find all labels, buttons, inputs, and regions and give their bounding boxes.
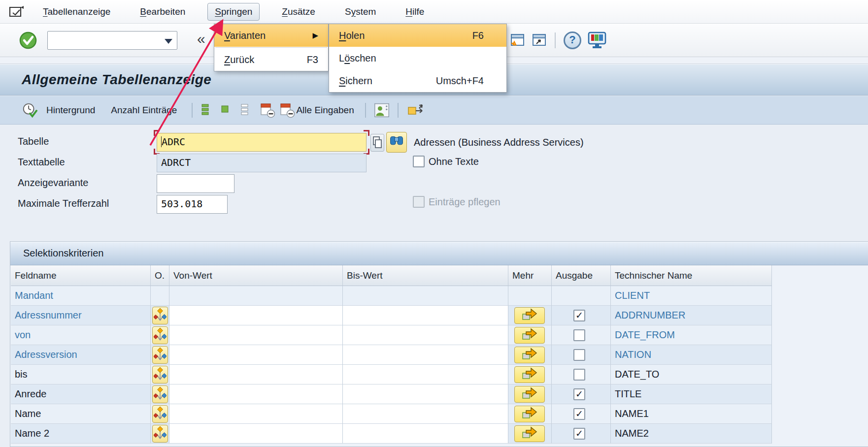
multiple-selection-button[interactable] (514, 406, 545, 422)
multiple-selection-button[interactable] (514, 307, 545, 324)
von-wert-cell[interactable] (169, 365, 343, 384)
texttabelle-field[interactable]: ADRCT (157, 154, 367, 172)
anzeigevariante-field[interactable] (157, 174, 234, 193)
von-wert-cell[interactable] (169, 384, 343, 404)
output-checkbox[interactable]: ✓ (573, 408, 585, 420)
options-cell (151, 345, 169, 365)
ausgabe-cell: ✓ (552, 404, 611, 424)
alle-eingaben-label[interactable]: Alle Eingaben (296, 105, 354, 116)
multiple-selection-button[interactable] (514, 425, 545, 442)
command-input[interactable] (50, 33, 158, 48)
bis-wert-cell[interactable] (343, 306, 508, 325)
output-checkbox[interactable]: ✓ (573, 310, 585, 321)
menubar-item-hilfe[interactable]: Hilfe (398, 3, 432, 21)
application-toolbar: Hintergrund Anzahl Einträge (0, 96, 868, 125)
multiple-selection-button[interactable] (514, 366, 545, 383)
multiple-selection-button[interactable] (514, 327, 545, 344)
deselect-all-icon[interactable] (240, 102, 256, 118)
selection-options-button[interactable] (152, 307, 168, 324)
field-name: Name 2 (15, 428, 49, 439)
help-button[interactable]: ? (564, 32, 581, 49)
ausgabe-cell: ✓ (552, 306, 611, 325)
menu-item-varianten[interactable]: Varianten▶ (214, 24, 328, 47)
von-wert-cell[interactable] (169, 345, 343, 365)
multiple-selection-arrow-icon (521, 407, 538, 419)
create-shortcut-icon[interactable] (531, 33, 547, 48)
selection-options-button[interactable] (152, 326, 168, 344)
submenu-item-l-schen[interactable]: Löschen (329, 47, 506, 69)
bis-wert-cell[interactable] (343, 424, 508, 444)
shortcut-label: F6 (458, 30, 497, 41)
table-row-adressversion: Adressversion NATION (11, 345, 772, 365)
copy-icon[interactable] (370, 134, 384, 152)
delete-selection-icon[interactable] (260, 102, 275, 118)
bis-wert-cell[interactable] (343, 404, 508, 424)
von-wert-cell[interactable] (169, 306, 343, 325)
collapse-toolbar-button[interactable]: « (197, 31, 205, 47)
menubar-item-springen[interactable]: Springen (207, 3, 260, 21)
select-all-icon[interactable] (200, 102, 216, 118)
bis-wert-cell[interactable] (343, 384, 508, 404)
von-wert-cell[interactable] (169, 424, 343, 444)
menubar-item-zus-tze[interactable]: Zusätze (274, 3, 323, 21)
selection-options-icon (154, 327, 167, 342)
technical-name: DATE_TO (615, 369, 659, 380)
select-block-icon[interactable] (220, 102, 236, 118)
ausgabe-cell (552, 286, 611, 306)
output-checkbox[interactable] (573, 349, 585, 361)
screen-icon[interactable] (8, 4, 25, 19)
von-wert-cell[interactable] (169, 325, 343, 345)
new-session-icon[interactable] (509, 33, 525, 48)
multiple-selection-button[interactable] (514, 386, 545, 403)
menu-separator (215, 47, 327, 48)
bis-wert-cell[interactable] (343, 345, 508, 365)
output-checkbox[interactable]: ✓ (573, 428, 585, 440)
mehr-cell (508, 384, 552, 404)
output-checkbox[interactable]: ✓ (573, 388, 585, 400)
enter-button[interactable] (19, 31, 37, 50)
delete-all-selections-icon[interactable] (279, 102, 295, 118)
multiple-selection-button[interactable] (514, 347, 545, 363)
command-field[interactable] (47, 31, 177, 50)
table-header-row: FeldnameO.Von-WertBis-WertMehrAusgabeTec… (11, 265, 772, 286)
field-name: Adressversion (15, 349, 77, 360)
menubar-item-bearbeiten[interactable]: Bearbeiten (133, 3, 193, 21)
selection-options-button[interactable] (152, 346, 168, 364)
selection-options-button[interactable] (152, 366, 168, 383)
output-checkbox[interactable] (573, 369, 585, 381)
user-variant-icon[interactable] (374, 102, 390, 118)
hintergrund-button[interactable]: Hintergrund (46, 105, 95, 116)
bis-wert-cell (343, 286, 508, 306)
ohne-texte-checkbox[interactable]: Ohne Texte (413, 156, 479, 167)
toolbar-separator (192, 103, 193, 118)
group-header: Selektionskriterien (10, 242, 868, 265)
menu-item-zur-ck[interactable]: ZurückF3 (214, 48, 328, 71)
bis-wert-cell[interactable] (343, 365, 508, 384)
menubar-item-system[interactable]: System (337, 3, 383, 21)
multiple-selection-arrow-icon (521, 367, 538, 380)
von-wert-cell[interactable] (169, 404, 343, 424)
export-icon[interactable] (406, 102, 425, 118)
selection-options-button[interactable] (152, 405, 168, 423)
submenu-item-sichern[interactable]: SichernUmsch+F4 (329, 69, 506, 92)
selection-options-icon (154, 386, 167, 401)
bis-wert-cell[interactable] (343, 325, 508, 345)
tabelle-field[interactable]: ADRC (157, 133, 367, 152)
technical-name: DATE_FROM (615, 329, 675, 341)
options-cell (151, 325, 169, 345)
ausgabe-cell: ✓ (552, 384, 611, 404)
search-help-binoculars-icon[interactable] (386, 132, 407, 153)
column-header-von-wert: Von-Wert (169, 265, 343, 286)
selection-options-button[interactable] (152, 425, 168, 443)
anzahl-eintraege-button[interactable]: Anzahl Einträge (111, 105, 177, 116)
mehr-cell (508, 404, 552, 424)
max-trefferzahl-field[interactable]: 503.018 (157, 195, 228, 214)
selection-options-button[interactable] (152, 385, 168, 403)
submenu-item-holen[interactable]: HolenF6 (329, 24, 506, 47)
menubar-item-tabellenanzeige[interactable]: Tabellenanzeige (35, 3, 118, 21)
output-checkbox[interactable] (573, 329, 585, 341)
execute-icon[interactable] (22, 102, 37, 118)
customize-layout-icon[interactable] (587, 32, 607, 49)
field-name: Name (15, 408, 41, 419)
dropdown-arrow-icon[interactable] (165, 39, 172, 44)
